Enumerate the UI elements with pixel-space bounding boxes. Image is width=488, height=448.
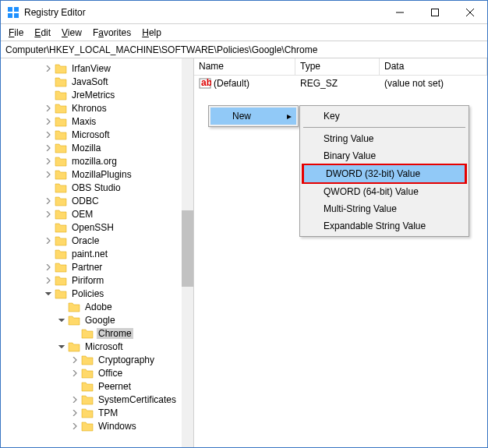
tree-item[interactable]: Windows bbox=[1, 419, 182, 432]
tree-label: OEM bbox=[70, 209, 94, 220]
tree-item[interactable]: Maxis bbox=[1, 115, 182, 128]
context-new[interactable]: New ▸ bbox=[210, 108, 296, 125]
expand-arrow-icon[interactable] bbox=[44, 263, 53, 272]
tree-scrollbar[interactable] bbox=[182, 58, 193, 447]
expand-arrow-icon[interactable] bbox=[57, 316, 66, 325]
tree-item[interactable]: Chrome bbox=[1, 326, 182, 340]
expand-arrow-icon[interactable] bbox=[70, 395, 80, 404]
tree-item[interactable]: Partner bbox=[1, 260, 182, 273]
tree-item[interactable]: Piriform bbox=[1, 273, 182, 287]
expand-arrow-icon[interactable] bbox=[44, 276, 53, 285]
tree-label: OpenSSH bbox=[70, 222, 115, 233]
address-bar[interactable]: Computer\HKEY_LOCAL_MACHINE\SOFTWARE\Pol… bbox=[1, 41, 487, 58]
expand-arrow-icon[interactable] bbox=[44, 236, 53, 245]
expand-arrow-icon[interactable] bbox=[44, 143, 53, 153]
folder-icon bbox=[55, 274, 67, 287]
tree-item[interactable]: MozillaPlugins bbox=[1, 168, 182, 181]
column-data[interactable]: Data bbox=[380, 58, 487, 75]
tree-item[interactable]: Adobe bbox=[1, 300, 182, 313]
expand-arrow-icon[interactable] bbox=[70, 408, 80, 418]
tree-item[interactable]: Oracle bbox=[1, 234, 182, 247]
folder-icon bbox=[55, 195, 67, 207]
folder-icon bbox=[55, 62, 67, 75]
tree-item[interactable]: JavaSoft bbox=[1, 75, 182, 88]
menu-file[interactable]: File bbox=[4, 26, 28, 40]
context-binary-value[interactable]: Binary Value bbox=[302, 147, 467, 164]
expand-arrow-icon[interactable] bbox=[70, 355, 80, 365]
tree-item[interactable]: Mozilla bbox=[1, 141, 182, 154]
folder-icon bbox=[81, 367, 94, 379]
expand-arrow-icon[interactable] bbox=[44, 289, 53, 298]
expand-arrow-icon[interactable] bbox=[70, 369, 80, 378]
folder-icon bbox=[55, 287, 67, 300]
menu-help[interactable]: Help bbox=[137, 26, 166, 40]
tree-item[interactable]: OEM bbox=[1, 207, 182, 220]
tree-label: Cryptography bbox=[97, 355, 156, 365]
value-name: (Default) bbox=[214, 78, 249, 89]
context-string-value[interactable]: String Value bbox=[302, 130, 467, 147]
folder-icon bbox=[81, 327, 94, 340]
column-name[interactable]: Name bbox=[194, 58, 295, 75]
maximize-button[interactable] bbox=[417, 1, 452, 23]
expand-arrow-icon[interactable] bbox=[44, 157, 53, 166]
expand-arrow-icon[interactable] bbox=[44, 130, 53, 139]
tree-item[interactable]: SystemCertificates bbox=[1, 393, 182, 406]
list-row-default[interactable]: ab (Default) REG_SZ (value not set) bbox=[194, 76, 487, 90]
menu-view[interactable]: View bbox=[57, 26, 87, 40]
menu-favorites[interactable]: Favorites bbox=[88, 26, 136, 40]
tree-item[interactable]: mozilla.org bbox=[1, 154, 182, 168]
tree-label: Policies bbox=[70, 288, 105, 299]
expand-arrow-icon[interactable] bbox=[44, 196, 53, 206]
tree-item[interactable]: Cryptography bbox=[1, 353, 182, 366]
tree-item[interactable]: Microsoft bbox=[1, 340, 182, 353]
expand-arrow-icon[interactable] bbox=[57, 342, 66, 351]
tree-item[interactable]: TPM bbox=[1, 406, 182, 419]
tree-item[interactable]: Google bbox=[1, 313, 182, 326]
tree-item[interactable]: ODBC bbox=[1, 194, 182, 207]
tree-item[interactable]: Microsoft bbox=[1, 128, 182, 141]
folder-icon bbox=[55, 182, 67, 194]
tree-label: SystemCertificates bbox=[97, 394, 178, 405]
folder-icon bbox=[55, 155, 67, 168]
tree-item[interactable]: Office bbox=[1, 366, 182, 379]
context-expandable-value[interactable]: Expandable String Value bbox=[302, 217, 467, 235]
tree-item[interactable]: OpenSSH bbox=[1, 220, 182, 234]
minimize-button[interactable] bbox=[382, 1, 417, 23]
scroll-thumb[interactable] bbox=[182, 210, 193, 287]
expand-arrow-icon[interactable] bbox=[44, 117, 53, 126]
tree-item[interactable]: Khronos bbox=[1, 101, 182, 115]
context-submenu-new: Key String Value Binary Value DWORD (32-… bbox=[299, 105, 469, 237]
svg-rect-1 bbox=[14, 7, 19, 12]
close-button[interactable] bbox=[452, 1, 487, 23]
tree-item[interactable]: paint.net bbox=[1, 247, 182, 260]
tree-item[interactable]: Peernet bbox=[1, 379, 182, 393]
list-pane: Name Type Data ab (Default) REG_SZ (valu… bbox=[194, 58, 487, 447]
tree-item[interactable]: OBS Studio bbox=[1, 181, 182, 194]
expand-arrow-icon[interactable] bbox=[44, 210, 53, 219]
expand-arrow-icon[interactable] bbox=[44, 170, 53, 179]
context-menu: New ▸ bbox=[208, 105, 299, 127]
folder-icon bbox=[81, 380, 94, 393]
context-qword-value[interactable]: QWORD (64-bit) Value bbox=[302, 183, 467, 200]
tree-item[interactable]: IrfanView bbox=[1, 62, 182, 75]
context-dword-value[interactable]: DWORD (32-bit) Value bbox=[304, 165, 465, 182]
context-separator bbox=[303, 127, 465, 128]
tree-label: IrfanView bbox=[70, 63, 112, 74]
folder-icon bbox=[55, 235, 67, 247]
expand-arrow-icon[interactable] bbox=[44, 64, 53, 73]
tree-item[interactable]: Policies bbox=[1, 287, 182, 300]
expand-arrow-icon[interactable] bbox=[44, 104, 53, 113]
menu-edit[interactable]: Edit bbox=[30, 26, 55, 40]
column-type[interactable]: Type bbox=[295, 58, 380, 75]
tree-label: Adobe bbox=[83, 302, 114, 312]
tree-label: Office bbox=[97, 368, 124, 379]
tree-label: Microsoft bbox=[70, 129, 111, 140]
expand-arrow-icon[interactable] bbox=[70, 422, 80, 431]
tree-label: Windows bbox=[97, 421, 138, 432]
titlebar: Registry Editor bbox=[1, 1, 487, 24]
tree-label: mozilla.org bbox=[70, 156, 118, 167]
tree-item[interactable]: JreMetrics bbox=[1, 88, 182, 101]
context-multistring-value[interactable]: Multi-String Value bbox=[302, 200, 467, 217]
tree-label: OBS Studio bbox=[70, 182, 122, 193]
context-key[interactable]: Key bbox=[302, 108, 467, 125]
